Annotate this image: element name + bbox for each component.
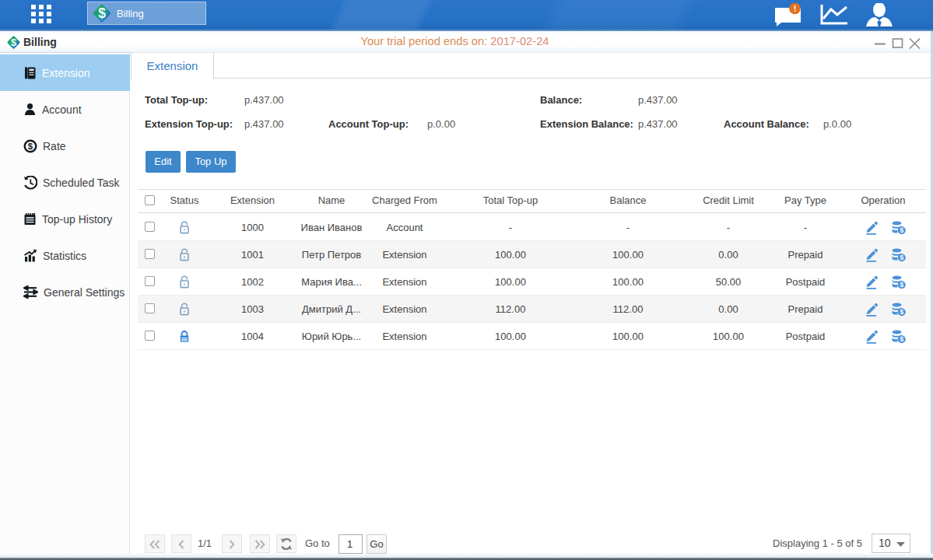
svg-text:!: ! bbox=[794, 4, 797, 13]
svg-text:$: $ bbox=[900, 226, 903, 234]
svg-text:$: $ bbox=[900, 254, 903, 261]
svg-text:$: $ bbox=[900, 281, 903, 289]
svg-text:$: $ bbox=[900, 308, 903, 316]
svg-text:$: $ bbox=[28, 142, 33, 151]
svg-text:$: $ bbox=[900, 335, 903, 343]
svg-text:$: $ bbox=[98, 5, 106, 21]
